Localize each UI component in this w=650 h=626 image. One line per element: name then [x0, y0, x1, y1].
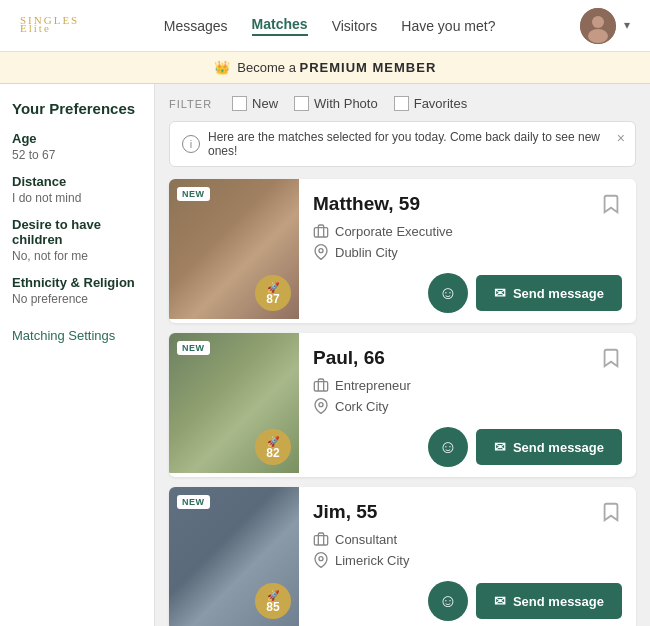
svg-point-4 [319, 249, 323, 253]
info-notice-text: Here are the matches selected for you to… [208, 130, 623, 158]
pref-age-value: 52 to 67 [12, 148, 142, 162]
info-icon: i [182, 135, 200, 153]
header-right: ▾ [580, 8, 630, 44]
pref-age-label: Age [12, 131, 142, 146]
card-name-1: Paul, 66 [313, 347, 385, 369]
avatar[interactable] [580, 8, 616, 44]
info-notice: i Here are the matches selected for you … [169, 121, 636, 167]
header: SINGLES Elite Messages Matches Visitors … [0, 0, 650, 52]
mail-icon-0: ✉ [494, 285, 506, 301]
card-photo-0: NEW 🚀 87 [169, 179, 299, 319]
checkbox-new[interactable] [232, 96, 247, 111]
mail-icon-1: ✉ [494, 439, 506, 455]
pref-children-value: No, not for me [12, 249, 142, 263]
smile-button-0[interactable]: ☺ [428, 273, 468, 313]
filter-with-photo[interactable]: With Photo [294, 96, 378, 111]
smile-icon-0: ☺ [439, 283, 457, 304]
match-card-1: NEW 🚀 82 Paul, 66 Entrepren [169, 333, 636, 477]
briefcase-icon-1 [313, 377, 329, 393]
checkbox-favorites[interactable] [394, 96, 409, 111]
nav-messages[interactable]: Messages [164, 18, 228, 34]
main-content: Your Preferences Age 52 to 67 Distance I… [0, 84, 650, 626]
send-message-button-1[interactable]: ✉ Send message [476, 429, 622, 465]
close-notice-button[interactable]: × [617, 130, 625, 146]
send-message-button-2[interactable]: ✉ Send message [476, 583, 622, 619]
svg-rect-5 [314, 382, 327, 391]
card-actions-1: ☺ ✉ Send message [313, 419, 622, 467]
match-card-0: NEW 🚀 87 Matthew, 59 Corpor [169, 179, 636, 323]
new-badge-1: NEW [177, 341, 210, 355]
pref-distance-label: Distance [12, 174, 142, 189]
card-content-1: Paul, 66 Entrepreneur [299, 333, 636, 477]
send-message-label-0: Send message [513, 286, 604, 301]
nav-matches[interactable]: Matches [252, 16, 308, 36]
bookmark-icon-2[interactable] [600, 501, 622, 523]
card-occupation-0: Corporate Executive [313, 223, 622, 239]
card-location-1: Cork City [313, 398, 622, 414]
pref-children: Desire to have children No, not for me [12, 217, 142, 263]
send-message-button-0[interactable]: ✉ Send message [476, 275, 622, 311]
card-name-0: Matthew, 59 [313, 193, 420, 215]
score-num-2: 85 [266, 601, 279, 613]
card-actions-2: ☺ ✉ Send message [313, 573, 622, 621]
smile-button-2[interactable]: ☺ [428, 581, 468, 621]
matching-settings-link[interactable]: Matching Settings [12, 328, 115, 343]
nav-visitors[interactable]: Visitors [332, 18, 378, 34]
crown-icon: 👑 [214, 60, 230, 75]
premium-banner[interactable]: 👑 Become a PREMIUM MEMBER [0, 52, 650, 84]
smile-icon-1: ☺ [439, 437, 457, 458]
match-card-2: NEW 🚀 85 Jim, 55 Consultant [169, 487, 636, 626]
card-location-2: Limerick City [313, 552, 622, 568]
svg-point-6 [319, 403, 323, 407]
rocket-icon-0: 🚀 [267, 282, 279, 293]
right-panel: FILTER New With Photo Favorites i Here a… [155, 84, 650, 626]
card-header-0: Matthew, 59 [313, 193, 622, 215]
score-badge-1: 🚀 82 [255, 429, 291, 465]
filter-label: FILTER [169, 98, 212, 110]
checkbox-with-photo[interactable] [294, 96, 309, 111]
rocket-icon-1: 🚀 [267, 436, 279, 447]
premium-cta[interactable]: PREMIUM MEMBER [300, 60, 437, 75]
chevron-down-icon[interactable]: ▾ [624, 18, 630, 33]
sidebar: Your Preferences Age 52 to 67 Distance I… [0, 84, 155, 626]
pref-ethnicity-label: Ethnicity & Religion [12, 275, 142, 290]
sidebar-title: Your Preferences [12, 100, 142, 117]
score-num-1: 82 [266, 447, 279, 459]
pin-icon-2 [313, 552, 329, 568]
card-photo-1: NEW 🚀 82 [169, 333, 299, 473]
main-nav: Messages Matches Visitors Have you met? [164, 16, 496, 36]
smile-button-1[interactable]: ☺ [428, 427, 468, 467]
card-occupation-2: Consultant [313, 531, 622, 547]
card-actions-0: ☺ ✉ Send message [313, 265, 622, 313]
pref-age: Age 52 to 67 [12, 131, 142, 162]
smile-icon-2: ☺ [439, 591, 457, 612]
svg-point-1 [592, 16, 604, 28]
send-message-label-2: Send message [513, 594, 604, 609]
logo: SINGLES Elite [20, 18, 79, 34]
bookmark-icon-1[interactable] [600, 347, 622, 369]
score-num-0: 87 [266, 293, 279, 305]
card-photo-2: NEW 🚀 85 [169, 487, 299, 626]
bookmark-icon-0[interactable] [600, 193, 622, 215]
mail-icon-2: ✉ [494, 593, 506, 609]
svg-rect-3 [314, 228, 327, 237]
pref-ethnicity-value: No preference [12, 292, 142, 306]
card-header-2: Jim, 55 [313, 501, 622, 523]
card-location-0: Dublin City [313, 244, 622, 260]
new-badge-2: NEW [177, 495, 210, 509]
svg-rect-7 [314, 536, 327, 545]
pin-icon-0 [313, 244, 329, 260]
card-occupation-1: Entrepreneur [313, 377, 622, 393]
filter-favorites[interactable]: Favorites [394, 96, 467, 111]
rocket-icon-2: 🚀 [267, 590, 279, 601]
card-content-0: Matthew, 59 Corporate Executive [299, 179, 636, 323]
filter-new[interactable]: New [232, 96, 278, 111]
send-message-label-1: Send message [513, 440, 604, 455]
svg-point-8 [319, 557, 323, 561]
card-header-1: Paul, 66 [313, 347, 622, 369]
nav-have-you-met[interactable]: Have you met? [401, 18, 495, 34]
score-badge-2: 🚀 85 [255, 583, 291, 619]
filter-bar: FILTER New With Photo Favorites [169, 96, 636, 111]
match-cards: NEW 🚀 87 Matthew, 59 Corpor [169, 179, 636, 626]
svg-point-2 [588, 29, 608, 43]
